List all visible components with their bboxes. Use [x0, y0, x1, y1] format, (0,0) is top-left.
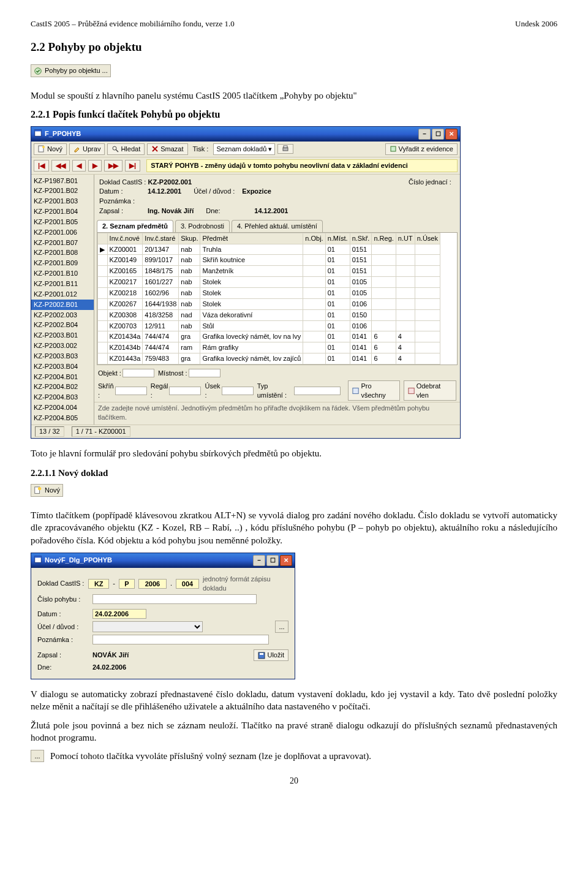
sidebar-item[interactable]: KZ-P2004.B02: [31, 382, 94, 392]
dlg-inp-cislo[interactable]: [92, 594, 257, 604]
tab-prehled[interactable]: 4. Přehled aktuál. umístění: [232, 220, 323, 232]
dlg-ucel-lookup[interactable]: ...: [275, 621, 288, 633]
svg-rect-11: [408, 388, 413, 393]
grid-header[interactable]: [98, 233, 108, 244]
grid-header[interactable]: n.Úsek: [415, 233, 440, 244]
dlg-inp-seq[interactable]: [176, 579, 199, 589]
nav-prev[interactable]: ◀◀: [51, 160, 70, 172]
para-dialog-desc: V dialogu se automaticky zobrazí přednas…: [31, 688, 557, 713]
table-row[interactable]: KZ001651848/175nabManžetník010151: [98, 266, 440, 277]
sidebar-item[interactable]: KZ-P2001.B02: [31, 186, 94, 196]
tisk-combo[interactable]: Seznam dokladů ▾: [213, 143, 275, 155]
inp-skrin[interactable]: [115, 387, 147, 395]
sidebar-item[interactable]: KZ-P2003.002: [31, 341, 94, 351]
nav-last[interactable]: ▶|: [125, 160, 140, 172]
sidebar-item[interactable]: KZ-P2002.B04: [31, 320, 94, 330]
table-row[interactable]: KZ01434b744/474ramRám grafiky01014164: [98, 342, 440, 353]
table-row[interactable]: KZ002171601/227nabStolek010105: [98, 277, 440, 288]
titlebar[interactable]: F_PPOHYB – ☐ ✕: [31, 127, 460, 142]
sidebar-item[interactable]: KZ-P2001.006: [31, 227, 94, 238]
maximize-button[interactable]: ☐: [432, 129, 444, 140]
dlg-maximize-button[interactable]: ☐: [266, 555, 279, 566]
sidebar-item[interactable]: KZ-P2002.B01: [31, 300, 94, 310]
ss1-no: 2.2.1.1: [31, 468, 56, 478]
grid-header[interactable]: Předmět: [200, 233, 303, 244]
sidebar-item[interactable]: KZ-P2002.003: [31, 310, 94, 320]
btn-odebrat[interactable]: Odebrat vlen: [404, 380, 456, 401]
dlg-inp-poznamka[interactable]: [92, 635, 269, 644]
grid-header[interactable]: n.Skř.: [350, 233, 372, 244]
ss1-title: Nový doklad: [58, 468, 108, 478]
sidebar-item[interactable]: KZ-P2001.012: [31, 289, 94, 300]
inp-mistnost[interactable]: [189, 369, 221, 377]
sidebar-item[interactable]: KZ-P2001.B03: [31, 196, 94, 206]
sidebar-item[interactable]: KZ-P2001.B08: [31, 247, 94, 258]
table-row[interactable]: KZ01434a744/474graGrafika lovecký námět,…: [98, 331, 440, 342]
edit-button[interactable]: Uprav: [69, 143, 105, 155]
tab-seznam[interactable]: 2. Seznam předmětů: [97, 220, 173, 232]
sidebar-item[interactable]: KZ-P2001.B10: [31, 268, 94, 279]
table-row[interactable]: KZ00308418/3258nadVáza dekorativní010150: [98, 309, 440, 320]
dlg-lab-ucel: Účel / důvod :: [37, 622, 89, 632]
dlg-inp-year[interactable]: [138, 579, 167, 589]
sidebar-item[interactable]: KZ-P2003.B04: [31, 361, 94, 372]
lookup-button-sample[interactable]: ...: [31, 750, 44, 762]
dlg-sel-ucel[interactable]: [92, 621, 203, 632]
sidebar-item[interactable]: KZ-P2001.B11: [31, 279, 94, 289]
minimize-button[interactable]: –: [418, 129, 431, 140]
status-left: 13 / 32: [35, 426, 64, 437]
dlg-inp-type[interactable]: [119, 579, 135, 589]
grid-header[interactable]: n.Míst.: [325, 233, 350, 244]
sidebar-item[interactable]: KZ-P2004.B05: [31, 413, 94, 423]
sidebar-item[interactable]: KZ-P2001.B09: [31, 258, 94, 268]
dlg-inp-datum[interactable]: [92, 609, 146, 619]
nav-back[interactable]: ◀: [72, 160, 86, 172]
grid-header[interactable]: n.UT: [396, 233, 415, 244]
sidebar-item[interactable]: KZ-P2001.B04: [31, 206, 94, 217]
table-row[interactable]: KZ01443a759/483graGrafika lovecký námět,…: [98, 353, 440, 365]
remove-from-evidence-button[interactable]: Vyřadit z evidence: [385, 143, 458, 155]
inp-typ[interactable]: [294, 387, 341, 395]
dlg-titlebar[interactable]: NovýF_Dlg_PPOHYB – ☐ ✕: [31, 553, 295, 568]
grid-header[interactable]: n.Obj.: [303, 233, 325, 244]
sidebar-item[interactable]: KZ-P2003.B01: [31, 330, 94, 341]
inp-regal[interactable]: [169, 387, 201, 395]
table-row[interactable]: KZ002671644/1938nabStolek010106: [98, 298, 440, 309]
inp-usek[interactable]: [222, 387, 254, 395]
print-button[interactable]: [277, 144, 293, 154]
new-button[interactable]: Nový: [34, 143, 67, 155]
table-row[interactable]: ▶KZ0000120/1347nabTruhla010151: [98, 244, 440, 255]
dlg-minimize-button[interactable]: –: [253, 555, 265, 566]
nav-fwd[interactable]: ▶: [88, 160, 102, 172]
tabs: 2. Seznam předmětů 3. Podrobnosti 4. Pře…: [94, 220, 460, 232]
sidebar-item[interactable]: KZ-P2003.B03: [31, 351, 94, 361]
items-grid[interactable]: Inv.č.novéInv.č.staréSkup.Předmětn.Obj.n…: [97, 232, 458, 365]
table-row[interactable]: KZ0070312/911nabStůl010106: [98, 320, 440, 331]
delete-button[interactable]: Smazat: [147, 143, 187, 155]
sidebar-item[interactable]: KZ-P2001.B07: [31, 238, 94, 248]
dlg-save-button[interactable]: Uložit: [254, 649, 288, 661]
grid-header[interactable]: Skup.: [179, 233, 200, 244]
tab-podrobnosti[interactable]: 3. Podrobnosti: [175, 220, 230, 232]
sidebar-item[interactable]: KZ-P2004.004: [31, 402, 94, 413]
table-row[interactable]: KZ002181602/96nabStolek010105: [98, 288, 440, 299]
grid-header[interactable]: n.Reg.: [372, 233, 396, 244]
sidebar-item[interactable]: KZ-P1987.B01: [31, 176, 94, 186]
grid-header[interactable]: Inv.č.nové: [107, 233, 143, 244]
close-button[interactable]: ✕: [445, 129, 458, 140]
window-title: F_PPOHYB: [42, 129, 418, 138]
sidebar-item[interactable]: KZ-P2004.B03: [31, 392, 94, 402]
dlg-close-button[interactable]: ✕: [280, 555, 292, 566]
sidebar-item[interactable]: KZ-P2004.B01: [31, 372, 94, 382]
grid-header[interactable]: Inv.č.staré: [143, 233, 179, 244]
sidebar-item[interactable]: KZ-P2001.B05: [31, 217, 94, 227]
btn-pro-vsechny[interactable]: Pro všechny: [348, 380, 399, 401]
lab-typ: Typ umístění :: [257, 382, 293, 400]
search-button[interactable]: Hledat: [107, 143, 145, 155]
dlg-inp-prefix[interactable]: [88, 579, 109, 589]
nav-first[interactable]: |◀: [34, 160, 49, 172]
nav-next[interactable]: ▶▶: [104, 160, 123, 172]
inp-objekt[interactable]: [123, 369, 154, 377]
doc-list-sidebar[interactable]: KZ-P1987.B01KZ-P2001.B02KZ-P2001.B03KZ-P…: [31, 175, 94, 425]
table-row[interactable]: KZ00149899/1017nabSkříň koutnice010151: [98, 255, 440, 266]
